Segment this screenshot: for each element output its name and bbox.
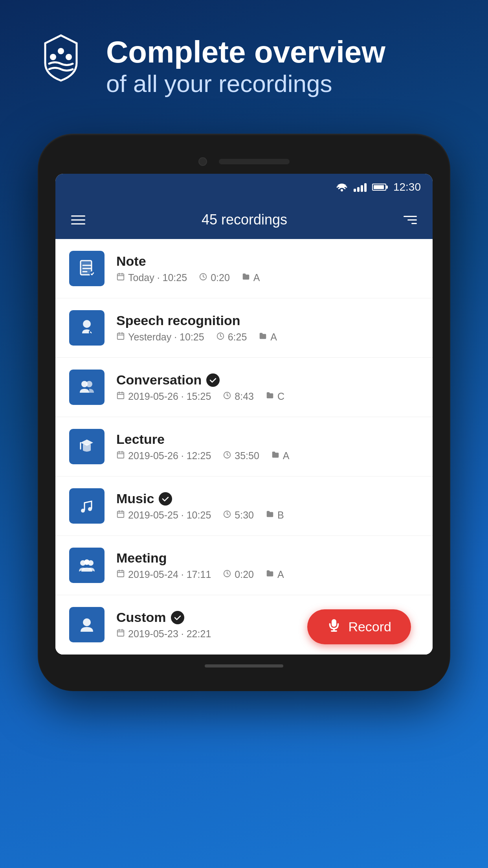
status-icons: 12:30 bbox=[336, 181, 421, 193]
recording-icon-note bbox=[69, 251, 105, 286]
calendar-icon bbox=[116, 510, 125, 521]
recording-meta: Today · 10:25 0:20 A bbox=[116, 272, 419, 283]
folder-text: C bbox=[277, 391, 284, 402]
date-text: Today · 10:25 bbox=[128, 272, 187, 283]
check-badge bbox=[206, 373, 220, 387]
duration-text: 35:50 bbox=[235, 450, 259, 462]
recording-icon-speech bbox=[69, 310, 105, 346]
svg-rect-55 bbox=[332, 619, 336, 627]
svg-point-50 bbox=[83, 618, 91, 626]
check-badge bbox=[171, 611, 184, 624]
header-title: Complete overview bbox=[106, 35, 385, 69]
title-text: Lecture bbox=[116, 432, 165, 447]
recording-folder: B bbox=[266, 509, 284, 521]
menu-button[interactable] bbox=[71, 215, 85, 224]
recording-meta: 2019-05-26 · 12:25 35:50 A bbox=[116, 450, 419, 462]
svg-point-24 bbox=[86, 381, 92, 387]
recording-folder: A bbox=[242, 272, 260, 283]
header-subtitle: of all your recordings bbox=[106, 69, 385, 98]
record-button[interactable]: Record bbox=[307, 609, 411, 644]
recording-folder: A bbox=[259, 331, 277, 343]
date-text: 2019-05-23 · 22:21 bbox=[128, 628, 211, 640]
recording-info: Meeting 2019-05-24 · 17:11 0:20 bbox=[116, 550, 419, 580]
recording-icon-conversation bbox=[69, 370, 105, 405]
status-bar: 12:30 bbox=[55, 174, 433, 200]
recording-item[interactable]: Music 2019-05-25 · 10:25 5:30 bbox=[55, 476, 433, 536]
recording-meta: 2019-05-25 · 10:25 5:30 B bbox=[116, 509, 419, 521]
svg-point-3 bbox=[66, 54, 72, 60]
recording-icon-meeting bbox=[69, 548, 105, 583]
duration-text: 8:43 bbox=[235, 391, 254, 402]
svg-rect-18 bbox=[117, 333, 124, 339]
svg-rect-11 bbox=[117, 274, 124, 280]
calendar-icon bbox=[116, 272, 125, 283]
svg-point-2 bbox=[50, 54, 56, 60]
recording-duration: 5:30 bbox=[223, 509, 254, 521]
recording-item[interactable]: Custom 2019-05-23 · 22:21 bbox=[55, 595, 433, 655]
duration-icon bbox=[216, 332, 225, 343]
wifi-icon bbox=[336, 182, 348, 193]
recording-meta: 2019-05-26 · 15:25 8:43 C bbox=[116, 391, 419, 402]
app-toolbar: 45 recordings bbox=[55, 200, 433, 239]
signal-icon bbox=[354, 182, 367, 192]
title-text: Custom bbox=[116, 610, 166, 625]
recording-item[interactable]: Speech recognition Yesterday · 10:25 6:2… bbox=[55, 298, 433, 358]
recording-icon-lecture bbox=[69, 429, 105, 464]
svg-point-35 bbox=[81, 509, 85, 513]
duration-text: 0:20 bbox=[235, 569, 254, 580]
recording-title: Lecture bbox=[116, 432, 419, 447]
svg-rect-0 bbox=[35, 31, 86, 83]
title-text: Note bbox=[116, 254, 146, 269]
recording-icon-music bbox=[69, 488, 105, 524]
recording-duration: 6:25 bbox=[216, 331, 247, 343]
recording-item[interactable]: Conversation 2019-05-26 · 15:25 bbox=[55, 358, 433, 417]
record-label: Record bbox=[348, 619, 391, 634]
svg-rect-25 bbox=[117, 392, 124, 399]
recording-folder: C bbox=[266, 391, 284, 402]
phone-bottom-bar bbox=[55, 664, 433, 668]
recording-item[interactable]: Lecture 2019-05-26 · 12:25 35:50 bbox=[55, 417, 433, 476]
duration-icon bbox=[223, 391, 231, 402]
phone-container: 12:30 45 recordings bbox=[38, 134, 450, 691]
svg-rect-30 bbox=[117, 452, 124, 458]
recording-title: Meeting bbox=[116, 550, 419, 566]
phone-frame: 12:30 45 recordings bbox=[38, 134, 450, 691]
duration-text: 5:30 bbox=[235, 509, 254, 521]
recording-item[interactable]: Note Today · 10:25 0:20 bbox=[55, 239, 433, 298]
folder-icon bbox=[242, 272, 250, 283]
mic-icon bbox=[327, 618, 341, 636]
recording-title: Music bbox=[116, 491, 419, 506]
recording-duration: 8:43 bbox=[223, 391, 254, 402]
svg-point-44 bbox=[84, 559, 90, 565]
filter-button[interactable] bbox=[404, 216, 417, 224]
recording-meta: 2019-05-24 · 17:11 0:20 A bbox=[116, 569, 419, 580]
calendar-icon bbox=[116, 451, 125, 462]
header-area: Complete overview of all your recordings bbox=[0, 0, 488, 114]
folder-text: A bbox=[253, 272, 260, 283]
folder-text: A bbox=[277, 569, 284, 580]
header-text: Complete overview of all your recordings bbox=[106, 31, 385, 98]
recording-date: Today · 10:25 bbox=[116, 272, 187, 283]
folder-text: B bbox=[277, 509, 284, 521]
recording-date: Yesterday · 10:25 bbox=[116, 331, 204, 343]
recording-info: Speech recognition Yesterday · 10:25 6:2… bbox=[116, 313, 419, 343]
status-time: 12:30 bbox=[393, 181, 421, 193]
check-badge bbox=[159, 492, 172, 506]
recording-info: Lecture 2019-05-26 · 12:25 35:50 bbox=[116, 432, 419, 462]
duration-icon bbox=[223, 510, 231, 521]
svg-rect-51 bbox=[117, 630, 124, 636]
date-text: 2019-05-26 · 15:25 bbox=[128, 391, 211, 402]
recording-icon-custom bbox=[69, 607, 105, 642]
recording-title: Speech recognition bbox=[116, 313, 419, 328]
date-text: 2019-05-25 · 10:25 bbox=[128, 509, 211, 521]
folder-icon bbox=[266, 510, 274, 521]
record-button-container: Record bbox=[307, 609, 411, 644]
phone-top-bar bbox=[55, 157, 433, 166]
toolbar-title: 45 recordings bbox=[202, 211, 287, 228]
folder-text: A bbox=[283, 450, 290, 462]
home-indicator bbox=[205, 664, 283, 668]
folder-icon bbox=[271, 451, 280, 462]
recording-info: Note Today · 10:25 0:20 bbox=[116, 254, 419, 283]
recording-info: Music 2019-05-25 · 10:25 5:30 bbox=[116, 491, 419, 521]
recording-item[interactable]: Meeting 2019-05-24 · 17:11 0:20 bbox=[55, 536, 433, 595]
